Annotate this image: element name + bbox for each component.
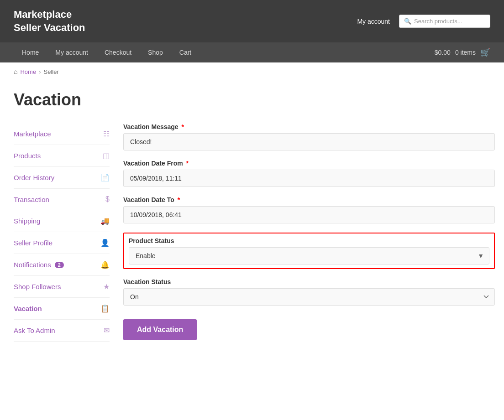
nav-shop[interactable]: Shop [140,42,171,62]
vacation-date-to-input[interactable] [123,206,495,223]
sidebar-item-ask-to-admin[interactable]: Ask To Admin ✉ [14,320,110,342]
sidebar-item-products[interactable]: Products ◫ [14,145,110,167]
required-star-from: * [184,160,189,167]
top-header-right: My account 🔍 [357,15,490,28]
sidebar-item-seller-profile[interactable]: Seller Profile 👤 [14,232,110,254]
doc-icon: 📄 [100,173,110,182]
sidebar-item-notifications[interactable]: Notifications 2 🔔 [14,254,110,276]
nav-bar: Home My account Checkout Shop Cart $0.00… [0,42,504,62]
breadcrumb-separator: › [39,68,41,75]
bell-icon: 🔔 [100,260,110,269]
vacation-message-label: Vacation Message * [123,123,495,130]
sidebar-item-vacation[interactable]: Vacation 📋 [14,298,110,320]
sidebar: Marketplace ☷ Products ◫ Order History 📄… [14,123,110,342]
vacation-status-select[interactable]: On Off [123,288,495,306]
search-box: 🔍 [399,15,490,28]
breadcrumb-current: Seller [44,68,59,75]
star-icon: ★ [103,282,110,291]
box-icon: ◫ [103,151,110,160]
vacation-status-label: Vacation Status [123,278,495,285]
required-star-message: * [180,123,184,130]
my-account-link[interactable]: My account [357,18,390,25]
nav-my-account[interactable]: My account [47,42,96,62]
cart-amount: $0.00 [435,49,451,56]
home-icon: ⌂ [14,68,17,75]
grid-icon: ☷ [103,130,110,138]
vacation-date-to-group: Vacation Date To * [123,196,495,223]
product-status-label: Product Status [129,237,489,244]
nav-checkout[interactable]: Checkout [96,42,140,62]
sidebar-item-shop-followers[interactable]: Shop Followers ★ [14,276,110,298]
id-icon: 👤 [100,239,110,247]
sidebar-item-order-history[interactable]: Order History 📄 [14,167,110,189]
vacation-date-from-label: Vacation Date From * [123,160,495,167]
site-title: Marketplace Seller Vacation [14,8,85,34]
search-icon: 🔍 [404,18,411,25]
required-star-to: * [176,196,180,203]
dollar-icon: $ [105,195,110,203]
vacation-message-group: Vacation Message * [123,123,495,150]
vacation-status-group: Vacation Status On Off [123,278,495,306]
search-input[interactable] [414,18,485,25]
product-status-group: Product Status Enable Disable ▼ [123,233,495,269]
form-area: Vacation Message * Vacation Date From * … [123,123,495,342]
nav-cart[interactable]: Cart [171,42,200,62]
top-header: Marketplace Seller Vacation My account 🔍 [0,0,504,42]
vacation-date-from-input[interactable] [123,170,495,187]
main-content: Marketplace ☷ Products ◫ Order History 📄… [0,114,504,351]
nav-cart-summary: $0.00 0 items 🛒 [435,47,490,57]
sidebar-item-marketplace[interactable]: Marketplace ☷ [14,123,110,145]
cart-items-count: 0 items [455,49,476,56]
vacation-date-to-label: Vacation Date To * [123,196,495,203]
cart-icon[interactable]: 🛒 [480,47,490,57]
nav-home[interactable]: Home [14,42,47,62]
truck-icon: 🚚 [100,217,110,225]
sidebar-item-transaction[interactable]: Transaction $ [14,189,110,210]
page-title: Vacation [0,81,504,114]
sidebar-item-shipping[interactable]: Shipping 🚚 [14,210,110,232]
breadcrumb: ⌂ Home › Seller [0,62,504,81]
add-vacation-button[interactable]: Add Vacation [123,319,197,340]
note-icon: 📋 [100,304,110,313]
vacation-message-input[interactable] [123,133,495,150]
notifications-badge: 2 [55,262,64,268]
vacation-date-from-group: Vacation Date From * [123,160,495,187]
product-status-select[interactable]: Enable Disable [129,247,489,264]
mail-icon: ✉ [104,326,110,335]
breadcrumb-home[interactable]: Home [20,68,36,75]
nav-links: Home My account Checkout Shop Cart [14,42,200,62]
